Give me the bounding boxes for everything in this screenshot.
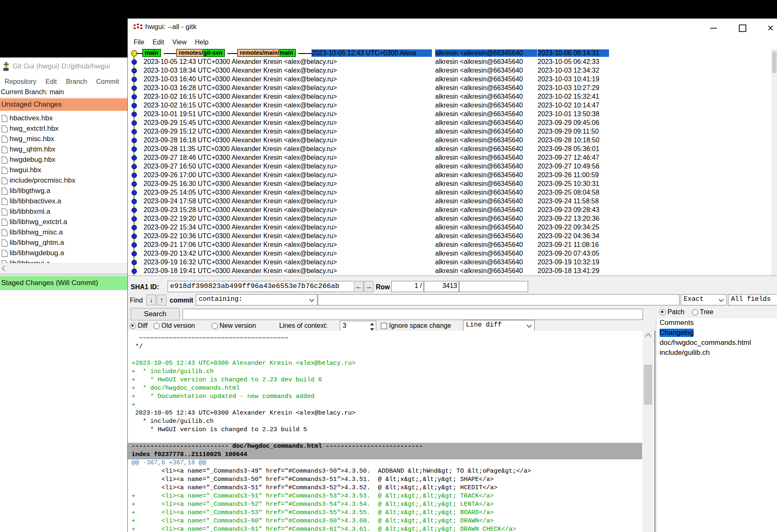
unstaged-file-item[interactable]: hbactivex.hbx <box>0 114 127 124</box>
commit-row[interactable]: 2023-09-22 15:34 UTC+0300 Alexander Kres… <box>128 223 777 232</box>
commit-row[interactable]: 2023-09-22 19:20 UTC+0300 Alexander Kres… <box>128 215 777 223</box>
find-input[interactable] <box>318 294 680 305</box>
commit-row[interactable]: 2023-10-02 16:15 UTC+0300 Alexander Kres… <box>128 101 777 110</box>
file-list-horizontal-scrollbar[interactable] <box>0 263 127 274</box>
changed-file-item[interactable]: doc/hwgdoc_commands.html <box>656 338 777 348</box>
unstaged-file-item[interactable]: lib/libhwg_qhtm.a <box>0 238 127 249</box>
spin-up-icon[interactable] <box>370 323 374 325</box>
commit-row[interactable]: 2023-10-03 16:28 UTC+0300 Alexander Kres… <box>128 84 777 93</box>
gitk-menu-edit[interactable]: Edit <box>150 39 167 46</box>
commit-row[interactable]: 2023-09-18 19:41 UTC+0300 Alexander Kres… <box>128 267 777 276</box>
gitk-menu-help[interactable]: Help <box>192 39 211 46</box>
file-icon <box>2 229 7 236</box>
unstaged-file-item[interactable]: lib/libhwgdebug.a <box>0 249 127 259</box>
commit-dot <box>132 120 137 126</box>
commit-row[interactable]: 2023-09-24 17:58 UTC+0300 Alexander Kres… <box>128 197 777 206</box>
commit-row[interactable]: 2023-09-26 17:00 UTC+0300 Alexander Kres… <box>128 171 777 180</box>
unstaged-file-item[interactable]: lib/libhwg_misc.a <box>0 228 127 238</box>
commit-row[interactable]: 2023-09-25 16:30 UTC+0300 Alexander Kres… <box>128 180 777 188</box>
unstaged-file-item[interactable]: lib/libgthwg.a <box>0 186 127 197</box>
commit-row[interactable]: 2023-09-23 15:28 UTC+0300 Alexander Kres… <box>128 206 777 215</box>
commit-row[interactable]: 2023-09-29 15:12 UTC+0300 Alexander Kres… <box>128 127 777 136</box>
diff-radio[interactable] <box>130 323 136 329</box>
commit-row[interactable]: 2023-10-05 12:43 UTC+0300 Alexander Kres… <box>128 58 777 66</box>
unstaged-file-item[interactable]: hwg_misc.hbx <box>0 134 127 145</box>
gitgui-menu-commit[interactable]: Commit <box>92 78 124 85</box>
maximize-button[interactable] <box>736 23 748 33</box>
scroll-up-icon[interactable] <box>645 333 652 340</box>
git-gui-titlebar[interactable]: Git Gui (hwgui) D:/github/hwgui <box>0 58 127 75</box>
diff-line-add: + * HwGUI version is changed to 2.23 dev… <box>128 376 642 385</box>
unstaged-file-item[interactable]: lib/libhwgui.a <box>0 259 127 263</box>
commit-list-scrollbar[interactable] <box>771 49 777 276</box>
sha1-input[interactable]: e918df390823ab499ff96a43e6553e7b76c266ab <box>168 281 354 292</box>
patch-radio[interactable] <box>660 309 666 315</box>
commit-row[interactable]: 2023-10-01 19:51 UTC+0300 Alexander Kres… <box>128 110 777 119</box>
commit-author: alkresin <alkresin@66345640 <box>435 58 537 66</box>
commit-row[interactable]: 2023-10-03 18:34 UTC+0300 Alexander Kres… <box>128 66 777 75</box>
commit-row[interactable]: 2023-09-27 18:46 UTC+0300 Alexander Kres… <box>128 154 777 162</box>
branch-label[interactable]: remotes/git-svn <box>176 49 225 57</box>
commit-row[interactable]: 2023-09-21 17:06 UTC+0300 Alexander Kres… <box>128 241 777 249</box>
commit-row[interactable]: 2023-10-03 16:40 UTC+0300 Alexander Kres… <box>128 75 777 84</box>
find-mode-dropdown[interactable]: containing: <box>196 294 317 305</box>
sha1-extra-field[interactable] <box>459 281 528 292</box>
commit-row[interactable]: 2023-10-02 16:15 UTC+0300 Alexander Kres… <box>128 93 777 101</box>
scrollbar-thumb[interactable] <box>644 365 652 405</box>
unstaged-file-item[interactable]: include/procmisc.hbx <box>0 176 127 186</box>
commit-row[interactable]: 2023-09-28 16:18 UTC+0300 Alexander Kres… <box>128 136 777 145</box>
scroll-left-icon[interactable] <box>2 266 7 271</box>
unstaged-file-item[interactable]: lib/libhbxml.a <box>0 207 127 217</box>
gitk-titlebar[interactable]: hwgui: --all - gitk × <box>128 19 777 37</box>
new-version-radio[interactable] <box>212 323 218 329</box>
commit-row[interactable]: 2023-09-27 16:50 UTC+0300 Alexander Kres… <box>128 162 777 171</box>
gitgui-menu-edit[interactable]: Edit <box>41 78 61 85</box>
close-button[interactable]: × <box>764 23 777 33</box>
unstaged-file-item[interactable]: hwgui.hbx <box>0 166 127 176</box>
commit-row[interactable]: 2023-09-28 11:35 UTC+0300 Alexander Kres… <box>128 145 777 154</box>
unstaged-file-item[interactable]: hwg_extctrl.hbx <box>0 124 127 134</box>
gitk-menu-file[interactable]: File <box>131 39 147 46</box>
unstaged-file-item[interactable]: hwg_qhtm.hbx <box>0 145 127 155</box>
commit-row[interactable]: 2023-09-19 16:32 UTC+0300 Alexander Kres… <box>128 258 777 267</box>
history-forward-button[interactable]: → <box>364 281 373 292</box>
commit-date: 2023-09-27 10:49:56 <box>538 163 609 170</box>
changed-file-item[interactable]: Comments <box>656 318 777 328</box>
history-back-button[interactable]: ← <box>354 281 363 292</box>
old-version-radio[interactable] <box>153 323 160 329</box>
commit-date: 2023-10-06 08:14:31 <box>538 49 609 57</box>
sha1-label: SHA1 ID: <box>131 283 159 291</box>
scrollbar-thumb[interactable] <box>772 51 777 73</box>
commit-dot <box>132 77 137 82</box>
changed-file-item[interactable]: include/guilib.ch <box>656 348 777 358</box>
minimize-button[interactable] <box>708 23 720 33</box>
commit-row[interactable]: 2023-09-25 14:05 UTC+0300 Alexander Kres… <box>128 188 777 197</box>
unstaged-file-item[interactable]: lib/libhwg_extctrl.a <box>0 217 127 228</box>
search-input[interactable] <box>183 309 643 320</box>
file-name: hwg_extctrl.hbx <box>10 124 58 133</box>
branch-label[interactable]: main <box>142 49 161 57</box>
gitk-menu-view[interactable]: View <box>170 39 189 46</box>
search-button[interactable]: Search <box>131 308 180 320</box>
diff-mode-dropdown[interactable]: Line diff <box>463 320 535 332</box>
gitgui-menu-branch[interactable]: Branch <box>61 78 92 85</box>
changed-file-item[interactable]: Changelog <box>656 328 777 338</box>
unstaged-file-item[interactable]: lib/libhbactivex.a <box>0 197 127 207</box>
gitk-window-title: hwgui: --all - gitk <box>145 23 197 31</box>
branch-label[interactable]: remotes/main/main <box>237 49 296 57</box>
find-next-button[interactable]: ↓ <box>146 295 156 305</box>
diff-line-context: * include/guilib.ch <box>128 418 642 426</box>
tree-radio[interactable] <box>692 309 698 315</box>
diff-scrollbar[interactable] <box>643 331 653 532</box>
commit-row[interactable]: 2023-09-29 15:45 UTC+0300 Alexander Kres… <box>128 119 777 127</box>
unstaged-file-item[interactable]: hwgdebug.hbx <box>0 155 127 166</box>
diff-line-add: + <li><a name="_Commands3-61" href="#Com… <box>128 526 642 532</box>
commit-row-selected[interactable]: mainremotes/git-svnremotes/main/main2023… <box>128 49 777 58</box>
diff-line-add: + <box>128 401 642 410</box>
commit-row[interactable]: 2023-09-20 13:42 UTC+0300 Alexander Kres… <box>128 249 777 258</box>
commit-row[interactable]: 2023-09-22 10:36 UTC+0300 Alexander Kres… <box>128 232 777 241</box>
find-prev-button[interactable]: ↑ <box>157 295 166 305</box>
gitgui-menu-repository[interactable]: Repository <box>0 78 41 85</box>
ignore-space-checkbox[interactable] <box>381 323 387 329</box>
commit-dot <box>132 216 137 222</box>
